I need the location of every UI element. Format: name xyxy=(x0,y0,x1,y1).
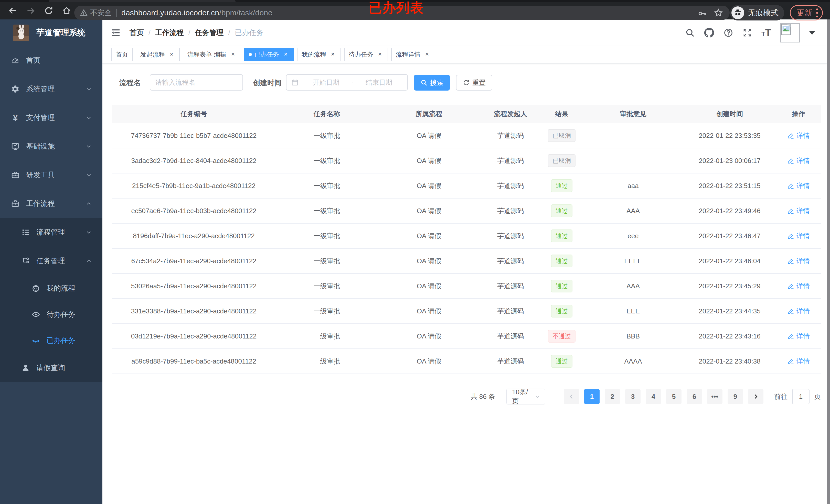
cell-comment: aaa xyxy=(583,182,683,190)
done-task-table: 任务编号任务名称所属流程流程发起人结果审批意见创建时间操作 74736737-7… xyxy=(111,105,821,374)
tab-流程表单-编辑[interactable]: 流程表单-编辑× xyxy=(183,48,241,61)
cell-starter: 芋道源码 xyxy=(480,332,541,341)
bookmark-star-icon[interactable] xyxy=(713,8,723,18)
search-button[interactable]: 搜索 xyxy=(414,75,450,91)
avatar-dropdown-caret[interactable] xyxy=(809,31,815,35)
cell-created-time: 2022-01-22 23:40:38 xyxy=(683,358,776,365)
detail-link[interactable]: 详情 xyxy=(787,332,810,341)
sidebar-item-待办任务[interactable]: 待办任务 xyxy=(0,301,102,328)
app-logo-row[interactable]: 芋道管理系统 xyxy=(0,20,102,46)
cell-created-time: 2022-01-22 23:43:16 xyxy=(683,332,776,340)
cell-task-id: 67c534a2-7b9a-11ec-a290-acde48001122 xyxy=(111,257,276,265)
github-icon[interactable] xyxy=(704,28,714,38)
column-header-任务编号: 任务编号 xyxy=(111,109,276,119)
breadcrumb-item-首页[interactable]: 首页 xyxy=(130,28,144,38)
cell-task-name: 一级审批 xyxy=(276,257,378,266)
status-badge: 通过 xyxy=(551,255,572,267)
help-icon[interactable] xyxy=(724,28,733,38)
column-header-结果: 结果 xyxy=(541,109,583,119)
tab-首页[interactable]: 首页 xyxy=(111,48,133,61)
detail-link[interactable]: 详情 xyxy=(787,156,810,165)
page-button-6[interactable]: 6 xyxy=(687,389,702,404)
forward-button[interactable] xyxy=(25,5,36,16)
sidebar-item-请假查询[interactable]: 请假查询 xyxy=(0,354,102,382)
sidebar-item-支付管理[interactable]: ¥支付管理 xyxy=(0,103,102,132)
detail-link[interactable]: 详情 xyxy=(787,282,810,291)
detail-link[interactable]: 详情 xyxy=(787,131,810,140)
page-button-9[interactable]: 9 xyxy=(728,389,743,404)
chevron-down-icon xyxy=(86,229,92,236)
page-size-select[interactable]: 10条/页 xyxy=(506,389,545,404)
cell-process: OA 请假 xyxy=(378,332,480,341)
create-time-range-picker[interactable]: 开始日期 - 结束日期 xyxy=(286,74,408,91)
tab-已办任务[interactable]: 已办任务× xyxy=(244,48,294,61)
cell-starter: 芋道源码 xyxy=(480,282,541,291)
close-icon[interactable]: × xyxy=(229,51,236,58)
sidebar-item-基础设施[interactable]: 基础设施 xyxy=(0,132,102,161)
page-button-3[interactable]: 3 xyxy=(625,389,641,404)
close-icon[interactable]: × xyxy=(329,51,337,58)
close-icon[interactable]: × xyxy=(168,51,175,58)
tab-label: 流程表单-编辑 xyxy=(187,51,226,59)
search-icon[interactable] xyxy=(685,28,695,38)
cell-comment: eee xyxy=(583,232,683,240)
cell-starter: 芋道源码 xyxy=(480,257,541,266)
cell-comment: BBB xyxy=(583,332,683,340)
cell-task-id: 331e3388-7b9a-11ec-a290-acde48001122 xyxy=(111,307,276,315)
breadcrumb-item-工作流程[interactable]: 工作流程 xyxy=(155,28,184,38)
sidebar-item-研发工具[interactable]: 研发工具 xyxy=(0,161,102,189)
sidebar-item-任务管理[interactable]: 任务管理 xyxy=(0,247,102,275)
detail-link[interactable]: 详情 xyxy=(787,181,810,190)
detail-link[interactable]: 详情 xyxy=(787,307,810,316)
browser-menu-icon[interactable] xyxy=(816,8,818,18)
home-button[interactable] xyxy=(61,5,72,16)
sidebar-collapse-icon[interactable] xyxy=(110,28,121,38)
font-size-icon[interactable]: TT xyxy=(761,27,771,38)
password-key-icon[interactable] xyxy=(698,8,707,18)
process-name-input[interactable] xyxy=(150,74,243,91)
page-button-2[interactable]: 2 xyxy=(605,389,620,404)
tab-流程详情[interactable]: 流程详情× xyxy=(391,48,435,61)
sidebar-item-label: 任务管理 xyxy=(36,256,65,266)
close-icon[interactable]: × xyxy=(376,51,384,58)
sidebar-item-系统管理[interactable]: 系统管理 xyxy=(0,75,102,103)
tab-待办任务[interactable]: 待办任务× xyxy=(344,48,388,61)
goto-page-input[interactable] xyxy=(792,389,809,404)
scrollbar-strip[interactable] xyxy=(827,20,830,504)
reload-button[interactable] xyxy=(43,5,54,16)
end-date-placeholder[interactable]: 结束日期 xyxy=(355,78,403,87)
close-icon[interactable]: × xyxy=(423,51,430,58)
reset-button[interactable]: 重置 xyxy=(456,75,492,91)
browser-update-button[interactable]: 更新 xyxy=(790,5,823,21)
tab-发起流程[interactable]: 发起流程× xyxy=(136,48,180,61)
next-page-button[interactable] xyxy=(748,389,763,404)
sidebar-item-流程管理[interactable]: 流程管理 xyxy=(0,218,102,247)
detail-link[interactable]: 详情 xyxy=(787,206,810,215)
sidebar-item-首页[interactable]: 首页 xyxy=(0,46,102,75)
cell-created-time: 2022-01-22 23:49:46 xyxy=(683,207,776,215)
prev-page-button[interactable] xyxy=(564,389,579,404)
avatar[interactable] xyxy=(780,23,800,42)
sidebar-item-工作流程[interactable]: 工作流程 xyxy=(0,189,102,218)
back-button[interactable] xyxy=(7,5,19,16)
active-tab-dot xyxy=(249,53,252,56)
page-button-1[interactable]: 1 xyxy=(584,389,600,404)
cell-task-name: 一级审批 xyxy=(276,131,378,140)
fullscreen-icon[interactable] xyxy=(742,28,752,38)
close-icon[interactable]: × xyxy=(282,51,289,58)
sidebar-item-我的流程[interactable]: 我的流程 xyxy=(0,275,102,301)
sidebar-item-已办任务[interactable]: 已办任务 xyxy=(0,328,102,354)
detail-link[interactable]: 详情 xyxy=(787,257,810,266)
status-badge: 通过 xyxy=(551,230,572,242)
detail-link[interactable]: 详情 xyxy=(787,232,810,240)
more-pages-button[interactable]: ••• xyxy=(707,389,723,404)
page-button-4[interactable]: 4 xyxy=(646,389,661,404)
start-date-placeholder[interactable]: 开始日期 xyxy=(302,78,350,87)
breadcrumb-item-任务管理[interactable]: 任务管理 xyxy=(195,28,224,38)
total-count: 共 86 条 xyxy=(471,392,495,401)
chevron-down-icon xyxy=(86,143,92,150)
page-button-5[interactable]: 5 xyxy=(666,389,681,404)
cell-task-id: 53026aa5-7b9a-11ec-a290-acde48001122 xyxy=(111,282,276,290)
detail-link[interactable]: 详情 xyxy=(787,357,810,366)
tab-我的流程[interactable]: 我的流程× xyxy=(297,48,341,61)
